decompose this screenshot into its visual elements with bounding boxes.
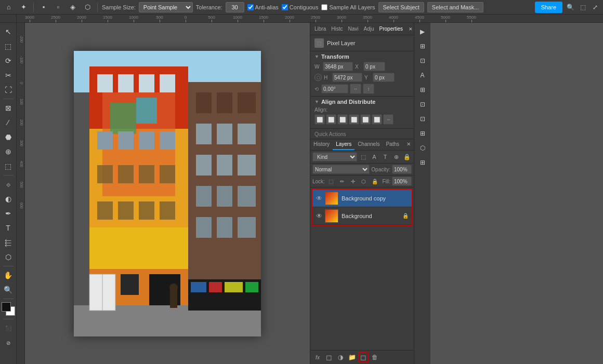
opacity-input[interactable] — [392, 165, 412, 174]
move-tool[interactable]: ↖ — [2, 25, 15, 38]
delete-layer-button[interactable]: 🗑 — [370, 352, 380, 362]
tab-paths[interactable]: Paths — [383, 139, 402, 150]
add-mask-button[interactable]: ◻ — [324, 352, 334, 362]
chain-icon[interactable]: ⬡ — [314, 74, 322, 81]
expand-icon[interactable]: ⤢ — [591, 3, 600, 12]
tool-option-1[interactable]: ▪ — [38, 2, 49, 13]
action-layers-btn[interactable]: ⊞ — [416, 39, 429, 53]
marquee-tool[interactable]: ⬚ — [2, 39, 15, 53]
history-brush-tool[interactable]: ⊕ — [2, 145, 15, 158]
flip-v-icon[interactable]: ↕ — [363, 84, 374, 94]
window-icon[interactable]: ⬚ — [578, 3, 587, 12]
fx-button[interactable]: fx — [312, 352, 323, 362]
brush-tool[interactable]: ∕ — [2, 116, 15, 129]
layers-filter-3[interactable]: T — [381, 152, 390, 161]
foreground-color-swatch[interactable] — [2, 302, 11, 312]
select-subject-button[interactable]: Select Subject — [378, 2, 424, 12]
dodge-tool[interactable]: ◐ — [2, 192, 15, 206]
layer-item-background-copy[interactable]: 👁 Background copy — [312, 190, 412, 207]
action-style-btn[interactable]: A — [416, 69, 429, 82]
tab-layers-expand[interactable]: ✕ — [403, 139, 414, 150]
zoom-tool[interactable]: 🔍 — [2, 283, 15, 296]
anti-alias-checkbox[interactable] — [247, 4, 254, 10]
canvas-image[interactable] — [74, 51, 261, 336]
action-library-btn[interactable]: ⊞ — [416, 83, 429, 97]
tab-history[interactable]: History — [310, 139, 333, 150]
new-layer-button[interactable]: ◻ — [358, 352, 369, 362]
tab-layers[interactable]: Layers — [333, 139, 355, 150]
eraser-tool[interactable]: ⬚ — [2, 159, 15, 173]
pen-tool[interactable]: ✒ — [2, 207, 15, 220]
sample-size-dropdown[interactable]: Point Sample 3 by 3 Average 5 by 5 Avera… — [139, 2, 193, 12]
select-and-mask-button[interactable]: Select and Mask... — [427, 2, 484, 12]
x-input[interactable] — [363, 62, 385, 71]
layers-filter-4[interactable]: ⊕ — [391, 152, 401, 161]
action-view-btn[interactable]: ⊞ — [416, 127, 429, 140]
home-icon[interactable]: ⌂ — [3, 2, 15, 13]
layer-item-background[interactable]: 👁 Background 🔒 — [312, 207, 412, 225]
mask-mode-btn[interactable]: ⬛ — [2, 321, 15, 335]
width-input[interactable] — [323, 62, 353, 71]
action-play-btn[interactable]: ▶ — [416, 25, 429, 38]
action-export-btn[interactable]: ⊡ — [416, 112, 429, 126]
layers-filter-5[interactable]: 🔒 — [402, 152, 412, 161]
hand-tool[interactable]: ✋ — [2, 268, 15, 282]
tolerance-input[interactable] — [226, 2, 244, 12]
lock-artboard-btn[interactable]: ⬡ — [359, 177, 369, 186]
tab-navi[interactable]: Navi — [346, 25, 360, 33]
action-adjust-btn[interactable]: ⊡ — [416, 54, 429, 68]
align-right-btn[interactable]: ⬜ — [337, 114, 348, 125]
lock-brush-btn[interactable]: ✏ — [337, 177, 347, 186]
lock-pixels-btn[interactable]: ⬚ — [326, 177, 336, 186]
path-select-tool[interactable]: ⬱ — [2, 236, 15, 249]
tool-option-2[interactable]: ▫ — [53, 2, 64, 13]
lasso-tool[interactable]: ⟳ — [2, 54, 15, 68]
tool-option-4[interactable]: ⬡ — [82, 2, 93, 13]
flip-h-icon[interactable]: ↔ — [350, 84, 361, 94]
align-left-btn[interactable]: ⬜ — [314, 114, 325, 125]
action-learn-btn[interactable]: ⊡ — [416, 98, 429, 111]
contiguous-checkbox[interactable] — [282, 4, 288, 10]
share-button[interactable]: Share — [535, 2, 562, 13]
text-tool[interactable]: T — [2, 221, 15, 235]
tab-histc[interactable]: Histc — [329, 25, 345, 33]
brush-tool-icon[interactable]: ✦ — [18, 2, 29, 13]
y-input[interactable] — [373, 73, 395, 82]
sample-all-layers-checkbox[interactable] — [321, 4, 327, 10]
transform-header[interactable]: ▼ Transform — [314, 53, 410, 60]
align-middle-btn[interactable]: ⬜ — [360, 114, 371, 125]
lock-position-btn[interactable]: ✛ — [348, 177, 358, 186]
search-icon[interactable]: 🔍 — [566, 3, 575, 12]
height-input[interactable] — [332, 73, 362, 82]
gradient-tool[interactable]: ⟐ — [2, 178, 15, 191]
canvas-area[interactable]: -200 -100 0 100 200 300 400 500 600 — [17, 23, 310, 364]
layers-filter-1[interactable]: ⬚ — [359, 152, 368, 161]
layer-kind-dropdown[interactable]: Kind — [312, 152, 357, 161]
fill-input[interactable] — [392, 177, 412, 186]
tab-properties[interactable]: Properties — [377, 25, 405, 33]
layers-filter-2[interactable]: A — [370, 152, 379, 161]
adjustment-layer-button[interactable]: ◑ — [335, 352, 346, 362]
stamp-tool[interactable]: ⬣ — [2, 130, 15, 144]
eyedropper-tool[interactable]: ⛶ — [2, 83, 15, 97]
action-grid-btn[interactable]: ⊞ — [416, 156, 429, 169]
crop-tool[interactable]: ✂ — [2, 69, 15, 82]
align-header[interactable]: ▼ Align and Distribute — [314, 99, 410, 105]
lock-all-btn[interactable]: 🔒 — [370, 177, 379, 186]
tab-libra[interactable]: Libra — [312, 25, 328, 33]
layer-visibility-eye[interactable]: 👁 — [316, 195, 323, 202]
align-top-btn[interactable]: ⬜ — [349, 114, 359, 125]
frame-mode-btn[interactable]: ⊘ — [2, 336, 15, 349]
shape-tool[interactable]: ⬡ — [2, 250, 15, 264]
tool-option-3[interactable]: ◈ — [67, 2, 78, 13]
layer-visibility-eye-bg[interactable]: 👁 — [316, 212, 323, 220]
blend-mode-dropdown[interactable]: Normal — [312, 165, 370, 174]
align-center-h-btn[interactable]: ⬜ — [326, 114, 336, 125]
action-3d-btn[interactable]: ⬡ — [416, 141, 429, 155]
healing-tool[interactable]: ⊠ — [2, 101, 15, 115]
tab-channels[interactable]: Channels — [355, 139, 383, 150]
align-more-btn[interactable]: ··· — [383, 114, 394, 125]
align-bottom-btn[interactable]: ⬜ — [372, 114, 382, 125]
rotate-input[interactable] — [321, 84, 348, 93]
group-button[interactable]: 📁 — [347, 352, 357, 362]
